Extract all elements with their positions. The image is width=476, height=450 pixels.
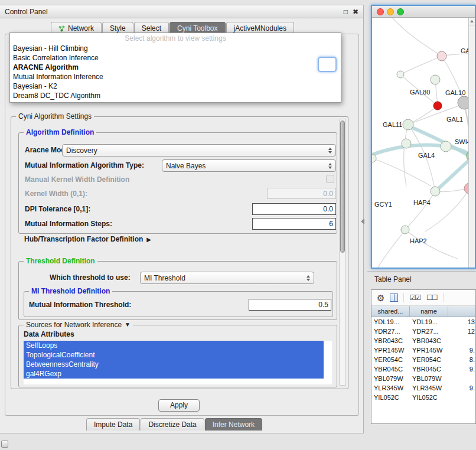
network-edge[interactable] bbox=[405, 191, 435, 230]
focus-ring-button[interactable] bbox=[318, 57, 337, 72]
tab-discretize-data[interactable]: Discretize Data bbox=[141, 418, 204, 431]
close-traffic-light-icon[interactable] bbox=[377, 8, 384, 15]
show-all-columns-icon[interactable]: ☑☑ bbox=[409, 294, 421, 301]
network-node[interactable] bbox=[402, 139, 411, 148]
table-cell: YLR345W bbox=[371, 383, 410, 393]
table-cell: YIL052C bbox=[371, 393, 410, 402]
table-row[interactable]: YBR045CYBR045C9. bbox=[371, 364, 475, 374]
settings-scrollbar[interactable] bbox=[339, 119, 346, 386]
network-node[interactable] bbox=[372, 154, 376, 162]
mi-algorithm-type-select[interactable]: Naive Bayes bbox=[162, 159, 336, 172]
mi-type-value: Naive Bayes bbox=[166, 162, 326, 170]
algorithm-option-mutual-information-inference[interactable]: Mutual Information Inference bbox=[10, 72, 341, 81]
table-cell: YBR043C bbox=[410, 336, 448, 345]
horizontal-divider bbox=[367, 271, 476, 272]
attribute-item[interactable]: BetweennessCentrality bbox=[24, 360, 324, 369]
algorithm-option-bayesian-k2[interactable]: Bayesian - K2 bbox=[10, 81, 341, 91]
network-node[interactable] bbox=[458, 96, 468, 109]
settings-scrollbar-thumb[interactable] bbox=[340, 120, 345, 253]
close-window-icon[interactable]: ✖ bbox=[353, 8, 358, 15]
mi-steps-field[interactable]: 6 bbox=[252, 218, 336, 230]
kernel-width-field[interactable]: 0.0 bbox=[267, 188, 336, 199]
table-row[interactable]: YIL052CYIL052C bbox=[371, 393, 475, 402]
network-edge[interactable] bbox=[435, 158, 468, 191]
network-node[interactable] bbox=[401, 226, 409, 234]
table-row[interactable]: YDL19...YDL19...13 bbox=[371, 317, 475, 327]
table-row[interactable]: YPR145WYPR145W9. bbox=[371, 345, 475, 355]
table-cell: YDL19... bbox=[410, 317, 448, 327]
zoom-traffic-light-icon[interactable] bbox=[397, 8, 404, 15]
collapse-down-icon: ▼ bbox=[125, 321, 131, 329]
table-cell: YBL079W bbox=[410, 374, 448, 383]
panel-splitter-arrow[interactable] bbox=[361, 219, 364, 224]
network-edge[interactable] bbox=[404, 125, 408, 186]
node-label: GAL bbox=[461, 47, 468, 54]
table-panel-window: ⚙ ☑☑ ☐☐ shared...name YDL19...YDL19...13… bbox=[371, 289, 476, 424]
node-label: GAL11 bbox=[383, 121, 402, 128]
hide-all-columns-icon[interactable]: ☐☐ bbox=[426, 294, 438, 301]
float-window-icon[interactable]: □ bbox=[344, 8, 348, 15]
gear-icon[interactable]: ⚙ bbox=[377, 294, 384, 302]
minimize-traffic-light-icon[interactable] bbox=[387, 8, 394, 15]
tab-label: Select bbox=[142, 24, 161, 32]
network-edge[interactable] bbox=[372, 158, 431, 186]
network-node[interactable] bbox=[397, 71, 404, 78]
network-node[interactable] bbox=[431, 187, 440, 196]
network-node[interactable] bbox=[437, 51, 446, 61]
network-edge[interactable] bbox=[378, 230, 405, 268]
table-cell bbox=[448, 393, 475, 402]
mi-threshold-group: MI Threshold Definition Mutual Informati… bbox=[24, 291, 333, 317]
table-body: YDL19...YDL19...13YDR27...YDR27...12YBR0… bbox=[371, 317, 475, 402]
table-row[interactable]: YLR345WYLR345W9. bbox=[371, 383, 475, 393]
network-edge[interactable] bbox=[400, 56, 442, 74]
tab-impute-data[interactable]: Impute Data bbox=[86, 418, 140, 431]
sources-group-header[interactable]: Sources for Network Inference ▼ bbox=[24, 321, 133, 329]
manual-kernel-checkbox[interactable] bbox=[326, 175, 334, 183]
hub-definition-toggle[interactable]: Hub/Transcription Factor Definition ▶ bbox=[24, 235, 151, 244]
column-header[interactable]: name bbox=[410, 306, 448, 317]
network-edge[interactable] bbox=[390, 18, 442, 56]
network-node[interactable] bbox=[403, 119, 413, 130]
algorithm-option-bayesian-hill-climbing[interactable]: Bayesian - Hill Climbing bbox=[10, 44, 341, 53]
table-row[interactable]: YDR27...YDR27...12 bbox=[371, 327, 475, 336]
minimized-window-icon[interactable] bbox=[1, 441, 8, 448]
control-panel-titlebar[interactable]: Control Panel □ ✖ bbox=[0, 5, 363, 18]
algorithm-option-aracne-algorithm[interactable]: ARACNE Algorithm bbox=[10, 63, 341, 72]
algorithm-dropdown-popup: Select algorithm to view settings Bayesi… bbox=[9, 32, 341, 103]
algorithm-option-dream8-dc-tdc-algorithm[interactable]: Dream8 DC_TDC Algorithm bbox=[10, 91, 341, 100]
data-attributes-label: Data Attributes bbox=[24, 330, 74, 338]
attribute-item[interactable]: gal4RGexp bbox=[24, 369, 324, 379]
cyni-settings-group: Cyni Algorithm Settings Algorithm Defini… bbox=[11, 116, 348, 389]
network-window-titlebar[interactable] bbox=[372, 6, 475, 18]
data-attributes-list[interactable]: SelfLoopsTopologicalCoefficientBetweenne… bbox=[24, 341, 332, 384]
tab-infer-network[interactable]: Infer Network bbox=[205, 418, 262, 431]
column-header[interactable]: shared... bbox=[371, 306, 410, 317]
algorithm-option-basic-correlation-inference[interactable]: Basic Correlation Inference bbox=[10, 53, 341, 63]
table-row[interactable]: YBL079WYBL079W bbox=[371, 374, 475, 383]
network-canvas[interactable]: GALGAL80GAL10GAL11GAL1SWI4GAL4GCY1HAP4YH… bbox=[372, 18, 475, 268]
mi-threshold-field[interactable]: 0.5 bbox=[249, 299, 331, 311]
table-row[interactable]: YER054CYER054C8. bbox=[371, 355, 475, 364]
table-cell: YDR27... bbox=[371, 327, 410, 336]
algorithm-definition-group: Algorithm Definition Aracne Mode: Discov… bbox=[18, 132, 337, 234]
network-node[interactable] bbox=[441, 141, 451, 152]
column-header[interactable] bbox=[448, 306, 475, 317]
columns-icon[interactable] bbox=[390, 294, 398, 302]
aracne-mode-select[interactable]: Discovery bbox=[62, 144, 336, 156]
table-cell: YBR045C bbox=[410, 364, 448, 374]
table-row[interactable]: YBR043CYBR043C bbox=[371, 336, 475, 345]
which-threshold-select[interactable]: MI Threshold bbox=[140, 272, 314, 284]
attribute-item[interactable]: TopologicalCoefficient bbox=[24, 350, 324, 360]
dpi-tolerance-field[interactable]: 0.0 bbox=[252, 203, 336, 215]
network-vertical-scrollbar[interactable] bbox=[468, 18, 475, 268]
network-node[interactable] bbox=[431, 75, 440, 84]
tab-label: jActiveMNodules bbox=[234, 24, 286, 32]
network-node[interactable] bbox=[464, 183, 468, 194]
dropdown-placeholder: Select algorithm to view settings bbox=[10, 34, 341, 44]
apply-button[interactable]: Apply bbox=[158, 399, 200, 412]
table-cell: YBR043C bbox=[371, 336, 410, 345]
scroll-up-arrow-icon[interactable] bbox=[469, 18, 475, 25]
network-edge[interactable] bbox=[464, 103, 468, 154]
attribute-item[interactable]: SelfLoops bbox=[24, 341, 324, 350]
network-node[interactable] bbox=[433, 102, 442, 110]
